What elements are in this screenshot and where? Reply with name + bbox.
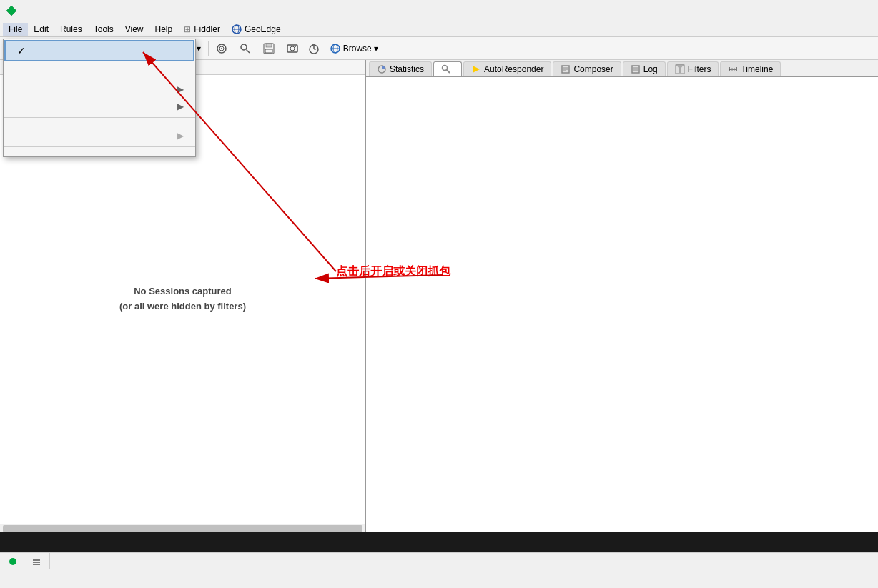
timer-button[interactable] <box>304 39 324 58</box>
scroll-thumb[interactable] <box>3 525 362 532</box>
any-process-button[interactable] <box>212 39 234 58</box>
browse-icon <box>330 43 341 54</box>
svg-line-14 <box>246 49 250 53</box>
log-icon <box>631 64 641 74</box>
target-icon <box>216 43 227 54</box>
svg-marker-41 <box>676 65 684 73</box>
right-panel-content <box>366 77 878 532</box>
timeline-icon <box>728 64 738 74</box>
menu-tools[interactable]: Tools <box>88 23 119 36</box>
right-panel: Statistics AutoResponder <box>366 60 878 532</box>
tab-statistics[interactable]: Statistics <box>369 61 432 76</box>
svg-point-13 <box>241 44 247 50</box>
tab-composer[interactable]: Composer <box>553 61 621 76</box>
no-sessions-message: No Sessions captured(or all were hidden … <box>119 284 246 314</box>
menu-item-recent-archives[interactable]: ▶ <box>4 81 195 98</box>
menu-item-export-sessions: ▶ <box>4 127 195 144</box>
menu-geoedge[interactable]: GeoEdge <box>226 23 287 36</box>
right-tab-bar: Statistics AutoResponder <box>366 60 878 77</box>
menu-item-exit[interactable] <box>4 149 195 156</box>
menu-file[interactable]: File ✓ <box>3 23 28 36</box>
find-button[interactable] <box>235 39 257 58</box>
svg-marker-31 <box>473 66 480 73</box>
stats-icon <box>377 64 387 74</box>
menu-separator-1 <box>4 64 195 64</box>
session-count-status <box>50 553 61 569</box>
svg-point-19 <box>290 46 295 51</box>
sep2 <box>208 41 209 56</box>
close-button[interactable] <box>840 0 872 21</box>
recent-archives-arrow: ▶ <box>177 84 184 94</box>
save-button[interactable] <box>259 39 281 58</box>
menu-view[interactable]: View <box>119 23 149 36</box>
export-sessions-arrow: ▶ <box>177 131 184 141</box>
menu-item-capture-traffic[interactable]: ✓ <box>4 40 194 61</box>
svg-point-20 <box>295 46 296 47</box>
svg-point-12 <box>221 48 222 49</box>
svg-point-29 <box>443 66 448 71</box>
quickexec-bar[interactable] <box>0 532 878 552</box>
save-arrow: ▶ <box>177 101 184 111</box>
browse-button[interactable]: Browse ▾ <box>325 39 383 58</box>
svg-rect-17 <box>265 49 272 53</box>
capturing-icon <box>9 557 17 566</box>
geoedge-icon <box>232 24 242 34</box>
title-bar <box>0 0 878 21</box>
processes-icon <box>32 557 41 566</box>
menu-bar: File ✓ <box>0 21 878 37</box>
menu-item-save[interactable]: ▶ <box>4 98 195 115</box>
status-bar <box>0 552 878 569</box>
title-bar-left <box>6 5 21 16</box>
menu-edit[interactable]: Edit <box>28 23 54 36</box>
svg-rect-16 <box>266 44 272 47</box>
menu-item-import-sessions[interactable] <box>4 120 195 127</box>
svg-line-30 <box>447 70 450 74</box>
tab-filters[interactable]: Filters <box>667 61 719 76</box>
minimize-button[interactable] <box>773 0 805 21</box>
tab-log[interactable]: Log <box>623 61 666 76</box>
auto-icon <box>471 64 481 74</box>
fiddler-app-icon <box>6 5 17 16</box>
maximize-button[interactable] <box>807 0 839 21</box>
screenshot-button[interactable] <box>282 39 302 58</box>
menu-item-new-viewer[interactable] <box>4 66 195 74</box>
save-icon <box>263 43 275 54</box>
tab-autoresponder[interactable]: AutoResponder <box>463 61 551 76</box>
menu-separator-2 <box>4 117 195 118</box>
capture-traffic-check: ✓ <box>17 45 29 56</box>
menu-rules[interactable]: Rules <box>54 23 88 36</box>
window-controls <box>773 0 872 21</box>
menu-help[interactable]: Help <box>149 23 179 36</box>
timer-icon <box>308 43 320 54</box>
compose-icon <box>561 64 571 74</box>
tab-inspectors[interactable] <box>433 61 462 76</box>
svg-point-47 <box>9 558 16 565</box>
horizontal-scrollbar[interactable] <box>0 524 365 532</box>
find-icon <box>240 43 251 54</box>
screenshot-icon <box>287 43 298 54</box>
svg-marker-0 <box>6 6 16 16</box>
svg-rect-36 <box>632 66 639 73</box>
tab-timeline[interactable]: Timeline <box>720 61 781 76</box>
menu-separator-3 <box>4 146 195 147</box>
menu-fiddler[interactable]: ⊞ Fiddler <box>178 23 226 36</box>
all-processes-status <box>26 553 50 569</box>
capturing-status <box>3 553 26 569</box>
inspect-icon <box>441 64 451 74</box>
menu-item-load-archive[interactable] <box>4 74 195 81</box>
filter-icon <box>675 64 685 74</box>
file-dropdown-menu: ✓ <box>3 39 196 157</box>
